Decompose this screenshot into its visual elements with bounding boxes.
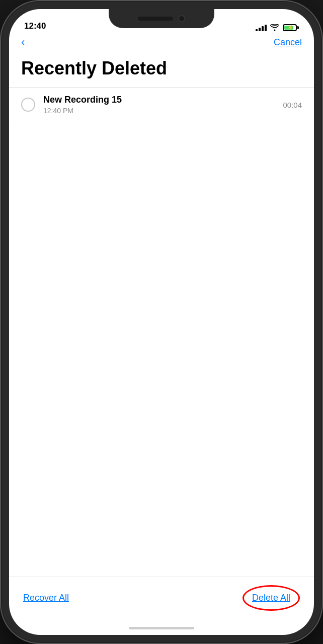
notch xyxy=(109,9,214,28)
recording-timestamp: 12:40 PM xyxy=(43,107,275,115)
status-icons: ⚡ xyxy=(256,24,299,31)
recording-info: New Recording 15 12:40 PM xyxy=(43,95,275,115)
home-bar xyxy=(129,627,194,629)
home-indicator xyxy=(9,621,314,635)
delete-all-button[interactable]: Delete All xyxy=(243,585,300,611)
select-circle[interactable] xyxy=(21,98,35,112)
phone-frame: 12:40 xyxy=(0,0,323,644)
recording-name: New Recording 15 xyxy=(43,95,275,105)
recording-duration: 00:04 xyxy=(283,101,302,109)
back-button[interactable]: ‹ xyxy=(21,38,25,48)
recover-all-button[interactable]: Recover All xyxy=(23,593,69,603)
nav-bar: ‹ Cancel xyxy=(9,35,314,54)
camera xyxy=(178,15,185,22)
status-time: 12:40 xyxy=(24,21,46,31)
cancel-button[interactable]: Cancel xyxy=(274,37,302,48)
content-area xyxy=(9,122,314,577)
wifi-icon xyxy=(270,24,279,31)
back-chevron-icon: ‹ xyxy=(21,37,25,48)
signal-icon xyxy=(256,24,267,31)
screen: 12:40 xyxy=(9,9,314,635)
speaker xyxy=(138,17,173,21)
battery-icon: ⚡ xyxy=(283,24,299,31)
recording-item[interactable]: New Recording 15 12:40 PM 00:04 xyxy=(9,88,314,122)
bottom-bar: Recover All Delete All xyxy=(9,577,314,621)
page-title: Recently Deleted xyxy=(9,54,314,87)
